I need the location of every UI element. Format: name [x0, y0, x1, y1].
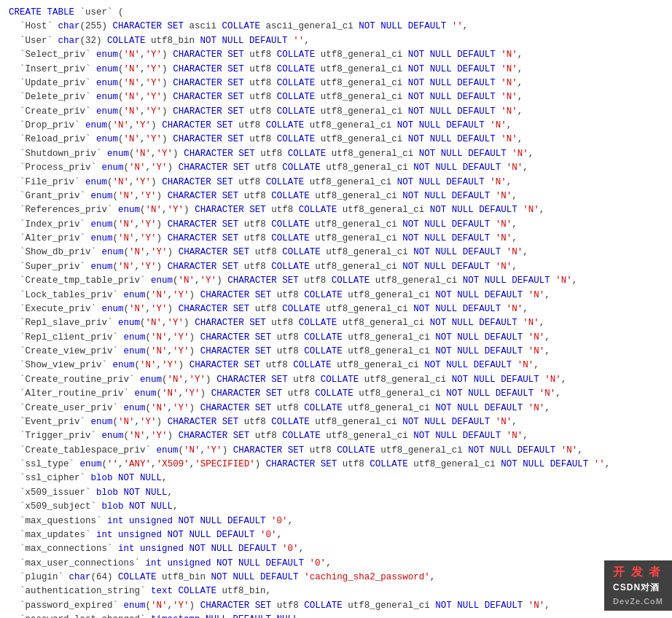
watermark-text1: 开 发 者 [613, 566, 662, 578]
watermark-overlay: 开 发 者 CSDN对酒 DevZe.CoM [604, 560, 672, 611]
watermark-text3: DevZe.CoM [613, 597, 663, 606]
watermark-text2: CSDN对酒 [613, 582, 660, 592]
code-container[interactable]: CREATE TABLE `user` ( `Host` char(255) C… [0, 0, 672, 618]
sql-code: CREATE TABLE `user` ( `Host` char(255) C… [9, 6, 663, 618]
